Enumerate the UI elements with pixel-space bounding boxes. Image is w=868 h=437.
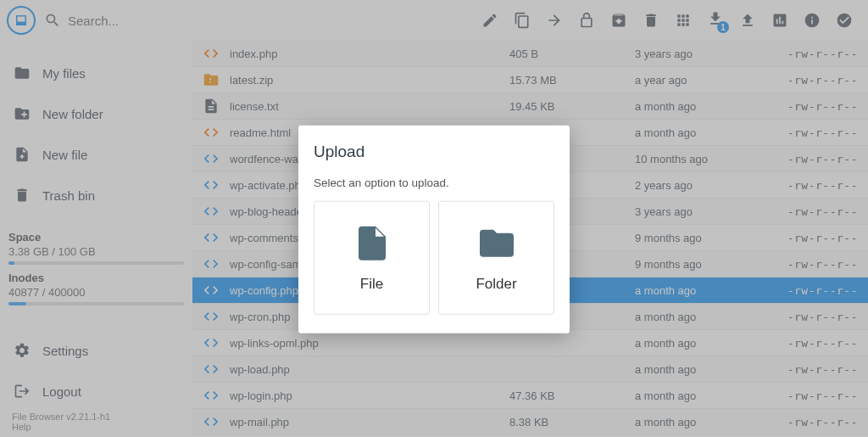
file-icon [352,222,392,263]
option-label: File [360,275,383,292]
modal-subtitle: Select an option to upload. [314,176,554,188]
modal-title: Upload [314,142,554,160]
upload-folder-option[interactable]: Folder [438,200,554,314]
upload-modal: Upload Select an option to upload. File … [298,125,570,333]
folder-icon [476,222,517,263]
upload-file-option[interactable]: File [314,200,430,314]
option-label: Folder [476,275,516,292]
